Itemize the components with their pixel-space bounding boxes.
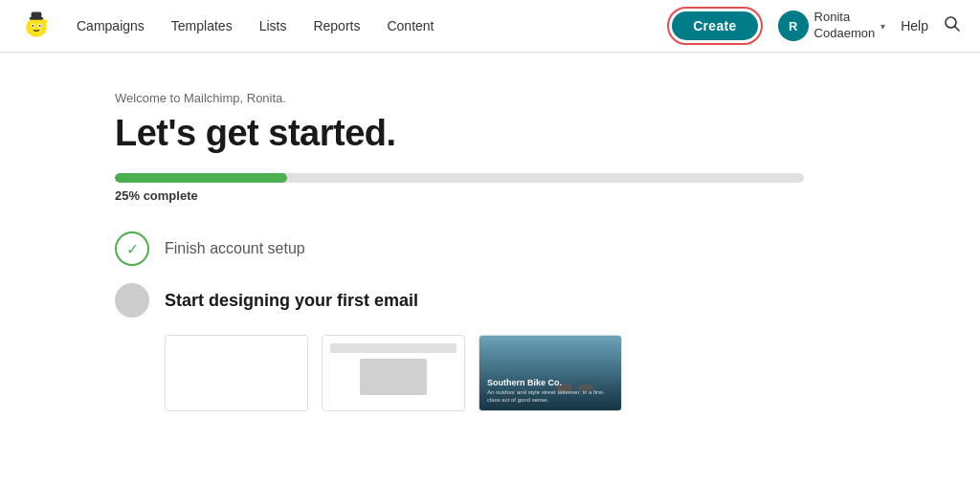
template-header-bar — [330, 343, 457, 353]
progress-track — [115, 173, 804, 183]
create-button-wrapper: Create — [667, 7, 762, 45]
help-link[interactable]: Help — [901, 18, 928, 33]
template-photo-desc: An outdoor and style street takeover; in… — [487, 389, 613, 405]
step-account-setup-label: Finish account setup — [165, 240, 305, 257]
step-pending-circle — [115, 283, 149, 318]
step-complete-icon: ✓ — [115, 231, 149, 266]
main-content: Welcome to Mailchimp, Ronita. Let's get … — [0, 53, 980, 440]
svg-point-2 — [41, 19, 47, 24]
nav-item-campaigns[interactable]: Campaigns — [77, 18, 145, 33]
progress-fill — [115, 173, 287, 183]
svg-rect-8 — [32, 12, 42, 19]
template-photo-bg: Southern Bike Co. An outdoor and style s… — [479, 336, 621, 410]
progress-section: 25% complete — [115, 173, 865, 203]
nav-item-lists[interactable]: Lists — [259, 18, 287, 33]
chevron-down-icon: ▾ — [880, 21, 885, 32]
nav-item-content[interactable]: Content — [387, 18, 434, 33]
user-menu[interactable]: R RonitaCodaemon ▾ — [778, 10, 886, 42]
nav-item-reports[interactable]: Reports — [313, 18, 360, 33]
mailchimp-logo-icon — [19, 9, 54, 43]
step-first-email-label: Start designing your first email — [165, 291, 418, 311]
step-first-email: Start designing your first email — [115, 283, 865, 318]
template-photo-title: Southern Bike Co. — [487, 378, 613, 388]
logo[interactable] — [19, 9, 54, 43]
nav-item-templates[interactable]: Templates — [171, 18, 233, 33]
header: Campaigns Templates Lists Reports Conten… — [0, 0, 980, 53]
template-photo-overlay: Southern Bike Co. An outdoor and style s… — [479, 336, 621, 410]
main-nav: Campaigns Templates Lists Reports Conten… — [77, 18, 667, 33]
create-button[interactable]: Create — [672, 11, 757, 40]
svg-point-6 — [39, 25, 41, 27]
welcome-text: Welcome to Mailchimp, Ronita. — [115, 91, 865, 105]
template-card-photo[interactable]: Southern Bike Co. An outdoor and style s… — [479, 335, 622, 411]
user-name-label: RonitaCodaemon — [814, 10, 876, 42]
template-image-placeholder — [360, 359, 427, 395]
template-card-blank[interactable] — [165, 335, 308, 411]
svg-point-5 — [33, 25, 34, 27]
header-right: Create R RonitaCodaemon ▾ Help — [667, 7, 961, 45]
steps-list: ✓ Finish account setup Start designing y… — [115, 231, 865, 411]
template-card-simple[interactable] — [322, 335, 465, 411]
template-cards-row: Southern Bike Co. An outdoor and style s… — [165, 335, 865, 411]
avatar: R — [778, 11, 809, 41]
svg-line-10 — [955, 27, 960, 32]
checkmark-icon: ✓ — [126, 240, 139, 258]
page-headline: Let's get started. — [115, 113, 865, 154]
progress-label: 25% complete — [115, 188, 865, 203]
step-account-setup: ✓ Finish account setup — [115, 231, 865, 266]
search-icon[interactable] — [944, 15, 961, 36]
